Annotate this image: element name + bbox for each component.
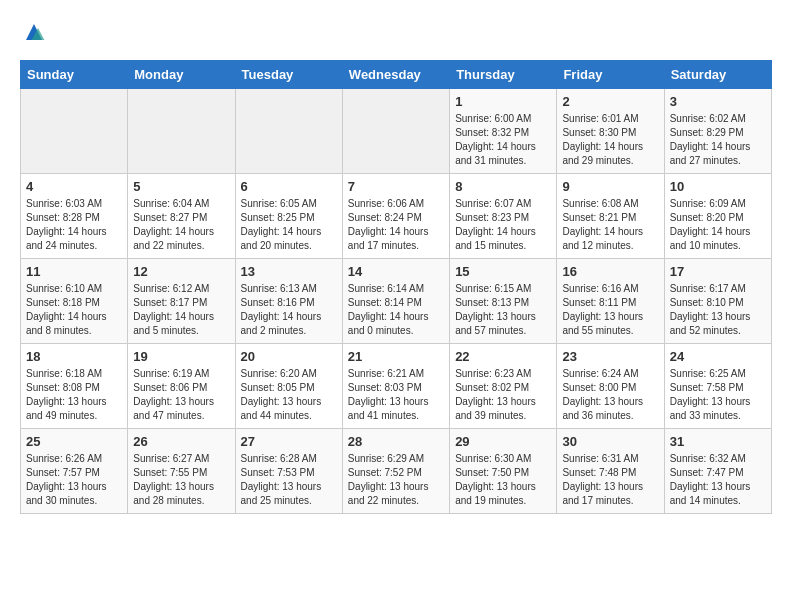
calendar-cell: 17Sunrise: 6:17 AM Sunset: 8:10 PM Dayli…	[664, 259, 771, 344]
calendar-cell: 7Sunrise: 6:06 AM Sunset: 8:24 PM Daylig…	[342, 174, 449, 259]
page-header	[20, 20, 772, 44]
calendar-cell: 3Sunrise: 6:02 AM Sunset: 8:29 PM Daylig…	[664, 89, 771, 174]
calendar-cell	[342, 89, 449, 174]
day-content: Sunrise: 6:29 AM Sunset: 7:52 PM Dayligh…	[348, 452, 444, 508]
day-number: 26	[133, 434, 229, 449]
day-number: 4	[26, 179, 122, 194]
day-content: Sunrise: 6:24 AM Sunset: 8:00 PM Dayligh…	[562, 367, 658, 423]
calendar-cell: 28Sunrise: 6:29 AM Sunset: 7:52 PM Dayli…	[342, 429, 449, 514]
day-number: 3	[670, 94, 766, 109]
day-content: Sunrise: 6:27 AM Sunset: 7:55 PM Dayligh…	[133, 452, 229, 508]
calendar-header-thursday: Thursday	[450, 61, 557, 89]
day-number: 7	[348, 179, 444, 194]
calendar-week-5: 25Sunrise: 6:26 AM Sunset: 7:57 PM Dayli…	[21, 429, 772, 514]
logo-icon	[22, 20, 46, 44]
day-number: 25	[26, 434, 122, 449]
calendar-cell: 27Sunrise: 6:28 AM Sunset: 7:53 PM Dayli…	[235, 429, 342, 514]
calendar-header-row: SundayMondayTuesdayWednesdayThursdayFrid…	[21, 61, 772, 89]
calendar-cell	[21, 89, 128, 174]
day-number: 30	[562, 434, 658, 449]
calendar-header-tuesday: Tuesday	[235, 61, 342, 89]
day-number: 22	[455, 349, 551, 364]
day-number: 27	[241, 434, 337, 449]
calendar-header-friday: Friday	[557, 61, 664, 89]
day-content: Sunrise: 6:15 AM Sunset: 8:13 PM Dayligh…	[455, 282, 551, 338]
day-content: Sunrise: 6:10 AM Sunset: 8:18 PM Dayligh…	[26, 282, 122, 338]
day-number: 12	[133, 264, 229, 279]
calendar-cell: 16Sunrise: 6:16 AM Sunset: 8:11 PM Dayli…	[557, 259, 664, 344]
calendar-week-2: 4Sunrise: 6:03 AM Sunset: 8:28 PM Daylig…	[21, 174, 772, 259]
day-number: 17	[670, 264, 766, 279]
day-number: 29	[455, 434, 551, 449]
day-content: Sunrise: 6:19 AM Sunset: 8:06 PM Dayligh…	[133, 367, 229, 423]
calendar-cell: 20Sunrise: 6:20 AM Sunset: 8:05 PM Dayli…	[235, 344, 342, 429]
day-content: Sunrise: 6:18 AM Sunset: 8:08 PM Dayligh…	[26, 367, 122, 423]
calendar-cell: 14Sunrise: 6:14 AM Sunset: 8:14 PM Dayli…	[342, 259, 449, 344]
day-number: 24	[670, 349, 766, 364]
day-content: Sunrise: 6:32 AM Sunset: 7:47 PM Dayligh…	[670, 452, 766, 508]
day-content: Sunrise: 6:12 AM Sunset: 8:17 PM Dayligh…	[133, 282, 229, 338]
day-content: Sunrise: 6:30 AM Sunset: 7:50 PM Dayligh…	[455, 452, 551, 508]
day-content: Sunrise: 6:09 AM Sunset: 8:20 PM Dayligh…	[670, 197, 766, 253]
day-content: Sunrise: 6:00 AM Sunset: 8:32 PM Dayligh…	[455, 112, 551, 168]
calendar-cell: 25Sunrise: 6:26 AM Sunset: 7:57 PM Dayli…	[21, 429, 128, 514]
calendar-cell: 26Sunrise: 6:27 AM Sunset: 7:55 PM Dayli…	[128, 429, 235, 514]
calendar-cell: 8Sunrise: 6:07 AM Sunset: 8:23 PM Daylig…	[450, 174, 557, 259]
calendar-cell: 15Sunrise: 6:15 AM Sunset: 8:13 PM Dayli…	[450, 259, 557, 344]
day-content: Sunrise: 6:23 AM Sunset: 8:02 PM Dayligh…	[455, 367, 551, 423]
calendar-table: SundayMondayTuesdayWednesdayThursdayFrid…	[20, 60, 772, 514]
calendar-cell: 5Sunrise: 6:04 AM Sunset: 8:27 PM Daylig…	[128, 174, 235, 259]
day-content: Sunrise: 6:20 AM Sunset: 8:05 PM Dayligh…	[241, 367, 337, 423]
logo	[20, 20, 46, 44]
day-number: 15	[455, 264, 551, 279]
day-number: 21	[348, 349, 444, 364]
calendar-cell: 29Sunrise: 6:30 AM Sunset: 7:50 PM Dayli…	[450, 429, 557, 514]
day-number: 11	[26, 264, 122, 279]
day-content: Sunrise: 6:26 AM Sunset: 7:57 PM Dayligh…	[26, 452, 122, 508]
calendar-cell: 18Sunrise: 6:18 AM Sunset: 8:08 PM Dayli…	[21, 344, 128, 429]
day-content: Sunrise: 6:03 AM Sunset: 8:28 PM Dayligh…	[26, 197, 122, 253]
calendar-header-saturday: Saturday	[664, 61, 771, 89]
day-content: Sunrise: 6:06 AM Sunset: 8:24 PM Dayligh…	[348, 197, 444, 253]
calendar-cell: 12Sunrise: 6:12 AM Sunset: 8:17 PM Dayli…	[128, 259, 235, 344]
calendar-cell: 21Sunrise: 6:21 AM Sunset: 8:03 PM Dayli…	[342, 344, 449, 429]
day-content: Sunrise: 6:28 AM Sunset: 7:53 PM Dayligh…	[241, 452, 337, 508]
day-content: Sunrise: 6:08 AM Sunset: 8:21 PM Dayligh…	[562, 197, 658, 253]
calendar-cell: 6Sunrise: 6:05 AM Sunset: 8:25 PM Daylig…	[235, 174, 342, 259]
calendar-cell: 2Sunrise: 6:01 AM Sunset: 8:30 PM Daylig…	[557, 89, 664, 174]
day-content: Sunrise: 6:04 AM Sunset: 8:27 PM Dayligh…	[133, 197, 229, 253]
calendar-cell: 9Sunrise: 6:08 AM Sunset: 8:21 PM Daylig…	[557, 174, 664, 259]
day-number: 9	[562, 179, 658, 194]
day-number: 5	[133, 179, 229, 194]
calendar-cell	[128, 89, 235, 174]
day-number: 13	[241, 264, 337, 279]
day-number: 31	[670, 434, 766, 449]
day-number: 6	[241, 179, 337, 194]
calendar-cell: 11Sunrise: 6:10 AM Sunset: 8:18 PM Dayli…	[21, 259, 128, 344]
calendar-cell: 1Sunrise: 6:00 AM Sunset: 8:32 PM Daylig…	[450, 89, 557, 174]
calendar-cell: 24Sunrise: 6:25 AM Sunset: 7:58 PM Dayli…	[664, 344, 771, 429]
day-content: Sunrise: 6:16 AM Sunset: 8:11 PM Dayligh…	[562, 282, 658, 338]
calendar-cell	[235, 89, 342, 174]
day-content: Sunrise: 6:17 AM Sunset: 8:10 PM Dayligh…	[670, 282, 766, 338]
day-content: Sunrise: 6:25 AM Sunset: 7:58 PM Dayligh…	[670, 367, 766, 423]
calendar-cell: 30Sunrise: 6:31 AM Sunset: 7:48 PM Dayli…	[557, 429, 664, 514]
day-number: 1	[455, 94, 551, 109]
day-number: 2	[562, 94, 658, 109]
calendar-header-wednesday: Wednesday	[342, 61, 449, 89]
calendar-cell: 4Sunrise: 6:03 AM Sunset: 8:28 PM Daylig…	[21, 174, 128, 259]
day-content: Sunrise: 6:21 AM Sunset: 8:03 PM Dayligh…	[348, 367, 444, 423]
calendar-header-sunday: Sunday	[21, 61, 128, 89]
calendar-header-monday: Monday	[128, 61, 235, 89]
day-number: 16	[562, 264, 658, 279]
day-content: Sunrise: 6:31 AM Sunset: 7:48 PM Dayligh…	[562, 452, 658, 508]
day-number: 23	[562, 349, 658, 364]
calendar-week-1: 1Sunrise: 6:00 AM Sunset: 8:32 PM Daylig…	[21, 89, 772, 174]
calendar-cell: 13Sunrise: 6:13 AM Sunset: 8:16 PM Dayli…	[235, 259, 342, 344]
day-number: 19	[133, 349, 229, 364]
calendar-cell: 23Sunrise: 6:24 AM Sunset: 8:00 PM Dayli…	[557, 344, 664, 429]
day-number: 18	[26, 349, 122, 364]
day-content: Sunrise: 6:13 AM Sunset: 8:16 PM Dayligh…	[241, 282, 337, 338]
day-number: 20	[241, 349, 337, 364]
day-content: Sunrise: 6:05 AM Sunset: 8:25 PM Dayligh…	[241, 197, 337, 253]
